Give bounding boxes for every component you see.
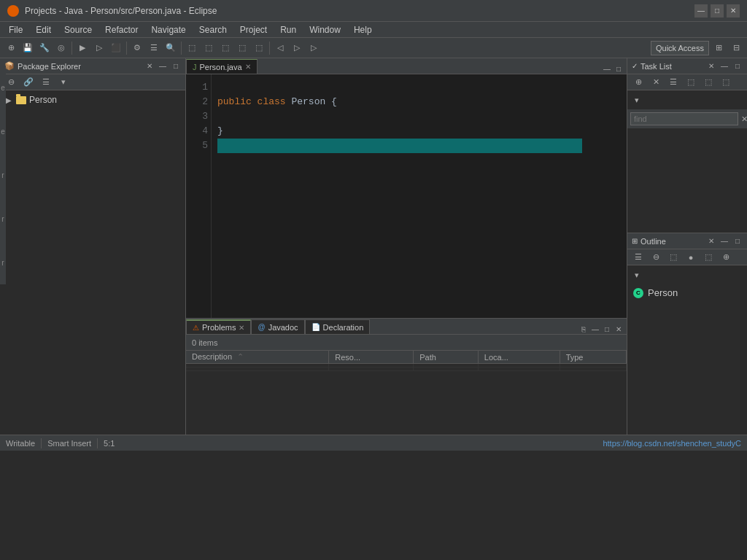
code-content[interactable]: public class Person { } — [212, 74, 627, 318]
toolbar-btn3[interactable]: 🔧 — [36, 40, 53, 56]
close-button[interactable]: ✕ — [727, 4, 740, 18]
outline-person-label: Person — [648, 287, 678, 298]
pkg-menu[interactable]: ▾ — [55, 74, 71, 90]
bottom-panel-btns: ⎘ — □ ✕ — [578, 324, 627, 334]
brace-close: } — [217, 124, 223, 139]
package-explorer-minimize[interactable]: — — [158, 61, 168, 71]
outline-btn5[interactable]: ⬚ — [700, 249, 716, 265]
problems-tab-close[interactable]: ✕ — [239, 324, 244, 332]
outline-panel: ⊞ Outline ✕ — □ ☰ ⊖ ⬚ ● ⬚ ⊕ ▾ C Person — [627, 233, 747, 435]
task-filter-expand[interactable]: ▾ — [629, 92, 645, 108]
minimize-button[interactable]: — — [694, 4, 708, 18]
col-location[interactable]: Loca... — [478, 351, 560, 364]
toolbar-btn15[interactable]: ◁ — [272, 40, 288, 56]
task-list-header: ✓ Task List ✕ — □ — [627, 58, 747, 74]
toolbar-btn4[interactable]: ◎ — [53, 40, 69, 56]
bottom-minimize[interactable]: — — [590, 324, 600, 334]
menu-navigate[interactable]: Navigate — [145, 23, 191, 36]
task-list-maximize[interactable]: □ — [732, 61, 743, 71]
toolbar-btn12[interactable]: ⬚ — [217, 40, 233, 56]
toolbar-btn10[interactable]: ⬚ — [184, 40, 200, 56]
toolbar-btn13[interactable]: ⬚ — [234, 40, 250, 56]
menu-run[interactable]: Run — [274, 23, 302, 36]
menu-file[interactable]: File — [3, 23, 28, 36]
outline-filter-expand[interactable]: ▾ — [629, 267, 645, 283]
code-line-5 — [217, 139, 582, 153]
problems-table: Description ⌃ Reso... Path — [186, 351, 627, 435]
menu-search[interactable]: Search — [193, 23, 233, 36]
bottom-tab-declaration[interactable]: 📄 Declaration — [305, 319, 371, 334]
toolbar-btn17[interactable]: ▷ — [306, 40, 322, 56]
menu-bar: File Edit Source Refactor Navigate Searc… — [0, 22, 747, 38]
bottom-copy[interactable]: ⎘ — [578, 324, 589, 334]
editor-tab-person[interactable]: J Person.java ✕ — [186, 59, 258, 74]
editor-tab-close[interactable]: ✕ — [245, 63, 251, 71]
toolbar-btn14[interactable]: ⬚ — [251, 40, 267, 56]
pkg-view[interactable]: ☰ — [38, 74, 54, 90]
toolbar-sep2 — [126, 42, 127, 55]
task-new[interactable]: ⊕ — [630, 74, 646, 90]
status-position: 5:1 — [104, 439, 115, 448]
toolbar-btn-right2[interactable]: ⊟ — [728, 40, 744, 56]
outline-minimize[interactable]: — — [719, 236, 729, 246]
task-delete[interactable]: ✕ — [648, 74, 664, 90]
toolbar-perspectives[interactable]: ⊞ — [711, 40, 727, 56]
task-list-close[interactable]: ✕ — [706, 61, 716, 71]
package-explorer-maximize[interactable]: □ — [171, 61, 181, 71]
keyword-public: public — [217, 95, 258, 109]
package-explorer-close[interactable]: ✕ — [144, 61, 155, 71]
outline-title: Outline — [640, 237, 703, 246]
col-path[interactable]: Path — [414, 351, 479, 364]
task-filter-clear[interactable]: ✕ — [741, 111, 747, 127]
menu-window[interactable]: Window — [303, 23, 347, 36]
package-explorer-toolbar: ⊖ 🔗 ☰ ▾ — [0, 74, 185, 90]
col-type[interactable]: Type — [560, 351, 626, 364]
outline-close[interactable]: ✕ — [706, 236, 716, 246]
toolbar-run[interactable]: ▷ — [91, 40, 107, 56]
editor-maximize[interactable]: □ — [614, 63, 624, 74]
col-description[interactable]: Description ⌃ — [186, 351, 329, 364]
menu-refactor[interactable]: Refactor — [99, 23, 144, 36]
menu-project[interactable]: Project — [234, 23, 273, 36]
toolbar-btn11[interactable]: ⬚ — [201, 40, 217, 56]
toolbar-btn8[interactable]: ☰ — [146, 40, 162, 56]
outline-item-person[interactable]: C Person — [627, 284, 747, 301]
toolbar-btn7[interactable]: ⚙ — [129, 40, 145, 56]
editor-minimize[interactable]: — — [602, 63, 612, 74]
bottom-close[interactable]: ✕ — [614, 324, 624, 334]
task-list-minimize[interactable]: — — [719, 61, 729, 71]
toolbar-btn6[interactable]: ⬛ — [108, 40, 124, 56]
outline-btn1[interactable]: ☰ — [630, 249, 646, 265]
outline-btn6[interactable]: ⊕ — [718, 249, 734, 265]
toolbar-debug[interactable]: ▶ — [74, 40, 90, 56]
task-btn5[interactable]: ⬚ — [700, 74, 716, 90]
col-resource[interactable]: Reso... — [329, 351, 414, 364]
outline-btn4[interactable]: ● — [683, 249, 699, 265]
menu-source[interactable]: Source — [58, 23, 98, 36]
maximize-button[interactable]: □ — [711, 4, 724, 18]
menu-help[interactable]: Help — [348, 23, 378, 36]
bottom-tab-problems[interactable]: ⚠ Problems ✕ — [186, 319, 251, 334]
code-editor[interactable]: 1 2 3 4 5 public class Person { } — [186, 74, 627, 318]
task-filter-input[interactable] — [630, 112, 738, 125]
toolbar-save[interactable]: 💾 — [20, 40, 36, 56]
task-btn4[interactable]: ⬚ — [683, 74, 699, 90]
editor-tab-label: Person.java — [200, 63, 242, 71]
pkg-link[interactable]: 🔗 — [20, 74, 36, 90]
outline-maximize[interactable]: □ — [732, 236, 743, 246]
quick-access-box[interactable]: Quick Access — [651, 41, 709, 55]
task-btn6[interactable]: ⬚ — [718, 74, 734, 90]
status-bar: Writable Smart Insert 5:1 https://blog.c… — [0, 435, 747, 451]
task-btn3[interactable]: ☰ — [665, 74, 681, 90]
bottom-maximize[interactable]: □ — [602, 324, 612, 334]
bottom-tab-javadoc[interactable]: @ Javadoc — [251, 319, 304, 334]
toolbar-btn9[interactable]: 🔍 — [163, 40, 179, 56]
outline-btn3[interactable]: ⬚ — [665, 249, 681, 265]
tree-item-person[interactable]: ▶ Person — [3, 93, 182, 106]
menu-edit[interactable]: Edit — [30, 23, 57, 36]
package-explorer-header: 📦 Package Explorer ✕ — □ — [0, 58, 185, 74]
window-title: Projects - Java - Person/src/Person.java… — [25, 6, 694, 16]
toolbar-btn16[interactable]: ▷ — [289, 40, 305, 56]
toolbar-new[interactable]: ⊕ — [3, 40, 19, 56]
outline-btn2[interactable]: ⊖ — [648, 249, 664, 265]
